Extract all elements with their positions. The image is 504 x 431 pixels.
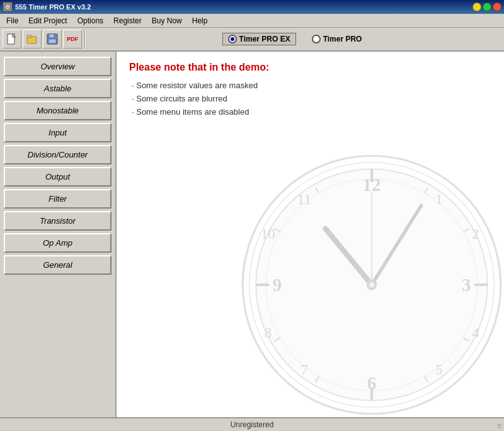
svg-text:8: 8 (264, 325, 272, 341)
sidebar-division-counter[interactable]: Division/Counter (4, 145, 112, 164)
content-area: Please note that in the demo: · Some res… (117, 52, 504, 417)
radio-circle-pro (312, 35, 321, 43)
sidebar-transistor[interactable]: Transistor (4, 211, 112, 231)
minimize-button[interactable] (472, 3, 481, 11)
app-title: 555 Timer PRO EX v3.2 (15, 3, 91, 11)
title-controls[interactable] (472, 3, 501, 11)
toolbar: PDF Timer PRO EX Timer PRO (0, 28, 504, 52)
demo-item-1: · Some resistor values are masked (129, 81, 491, 90)
toolbar-separator (84, 30, 86, 48)
radio-timer-pro-ex[interactable]: Timer PRO EX (222, 33, 296, 45)
svg-text:10: 10 (261, 226, 275, 242)
svg-text:5: 5 (435, 361, 443, 377)
demo-item-2: · Some circuits are blurred (129, 94, 491, 103)
svg-text:4: 4 (472, 325, 479, 341)
menu-help[interactable]: Help (187, 15, 213, 26)
svg-rect-6 (49, 39, 56, 43)
sidebar-input[interactable]: Input (4, 123, 112, 142)
svg-text:9: 9 (273, 275, 282, 296)
svg-text:7: 7 (301, 361, 308, 377)
menu-options[interactable]: Options (72, 15, 108, 26)
sidebar-astable[interactable]: Astable (4, 79, 112, 98)
status-bar: Unregistered ⠿ (0, 417, 504, 431)
radio-label-pro: Timer PRO (323, 35, 362, 43)
sidebar-output[interactable]: Output (4, 167, 112, 187)
sidebar: Overview Astable Monostable Input Divisi… (0, 52, 117, 417)
resize-grip: ⠿ (497, 423, 501, 430)
svg-rect-3 (27, 35, 32, 38)
demo-title: Please note that in the demo: (129, 62, 491, 73)
sidebar-op-amp[interactable]: Op Amp (4, 233, 112, 253)
menu-file[interactable]: File (1, 15, 23, 26)
app-icon: ⏱ (3, 2, 13, 12)
radio-circle-pro-ex (228, 35, 237, 43)
clock-watermark: 12 3 6 9 1 2 4 5 7 8 10 11 (239, 152, 504, 417)
demo-item-3: · Some menu items are disabled (129, 107, 491, 117)
svg-text:2: 2 (472, 226, 479, 242)
radio-label-pro-ex: Timer PRO EX (239, 35, 290, 43)
svg-rect-5 (49, 34, 54, 38)
new-button[interactable] (3, 30, 21, 49)
radio-timer-pro[interactable]: Timer PRO (306, 33, 368, 45)
sidebar-filter[interactable]: Filter (4, 189, 112, 209)
menu-edit-project[interactable]: Edit Project (23, 15, 72, 26)
maximize-button[interactable] (483, 3, 491, 11)
close-button[interactable] (493, 3, 501, 11)
open-button[interactable] (23, 30, 42, 49)
sidebar-general[interactable]: General (4, 255, 112, 275)
menu-buy-now[interactable]: Buy Now (147, 15, 187, 26)
sidebar-overview[interactable]: Overview (4, 57, 112, 76)
svg-text:3: 3 (462, 275, 471, 296)
save-button[interactable] (43, 30, 62, 49)
svg-text:1: 1 (435, 191, 443, 207)
title-bar-left: ⏱ 555 Timer PRO EX v3.2 (3, 2, 91, 12)
main-layout: Overview Astable Monostable Input Divisi… (0, 52, 504, 417)
radio-group: Timer PRO EX Timer PRO (222, 33, 368, 45)
menu-bar: File Edit Project Options Register Buy N… (0, 14, 504, 28)
demo-notice: Please note that in the demo: · Some res… (117, 52, 504, 130)
pdf-button[interactable]: PDF (63, 30, 82, 49)
open-icon (26, 33, 38, 45)
svg-point-39 (369, 282, 374, 287)
new-icon (6, 33, 18, 45)
menu-register[interactable]: Register (108, 15, 147, 26)
title-bar: ⏱ 555 Timer PRO EX v3.2 (0, 0, 504, 14)
svg-text:11: 11 (297, 191, 311, 207)
status-text: Unregistered (231, 420, 274, 429)
save-icon (47, 33, 58, 45)
sidebar-monostable[interactable]: Monostable (4, 101, 112, 120)
svg-text:6: 6 (367, 373, 377, 393)
